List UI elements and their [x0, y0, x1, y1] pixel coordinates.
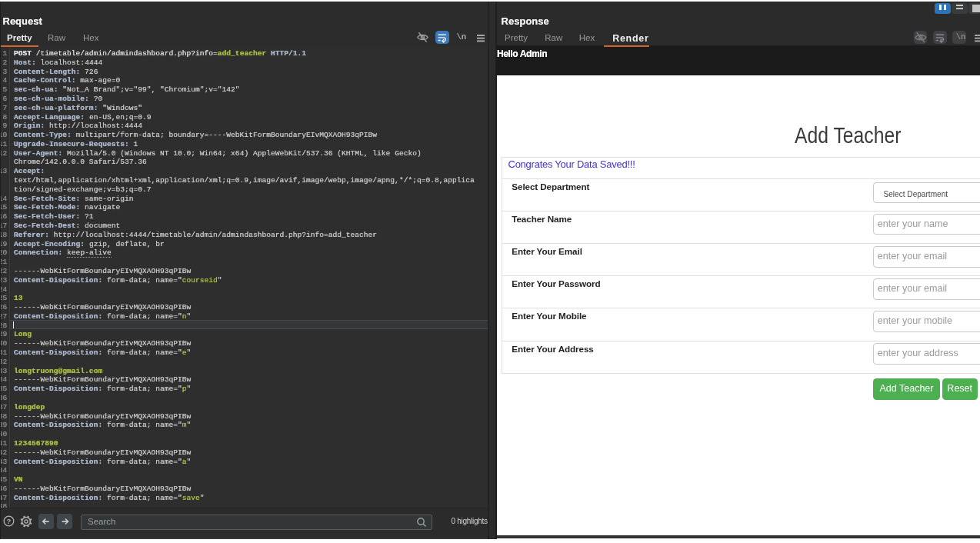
svg-text:?: ? [6, 517, 11, 525]
